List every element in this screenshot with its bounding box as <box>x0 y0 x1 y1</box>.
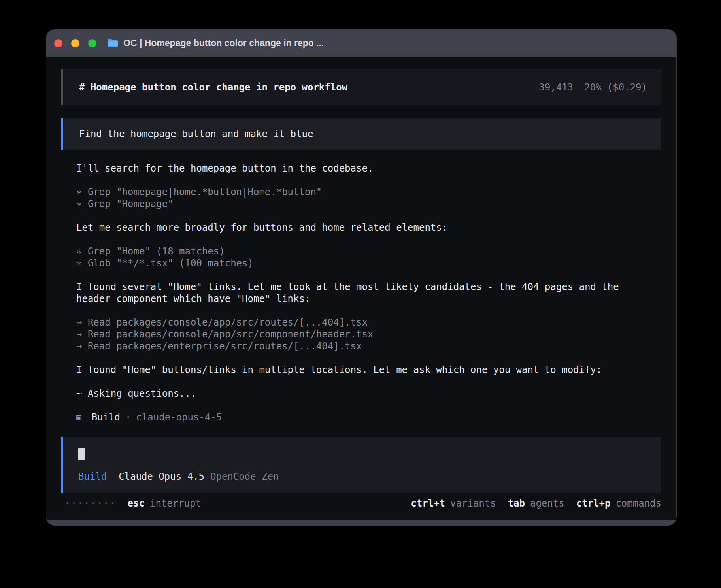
context-cost: 20% ($0.29) <box>584 81 647 93</box>
read-tool-line: → Read packages/console/app/src/routes/[… <box>76 317 646 328</box>
window-title: OC | Homepage button color change in rep… <box>123 38 324 49</box>
assistant-status-text: ~ Asking questions... <box>76 388 646 400</box>
spinner-dots: ········ <box>64 498 117 509</box>
session-meta: 39,413 20% ($0.29) <box>539 81 647 93</box>
glob-tool-line: ∗ Glob "**/*.tsx" (100 matches) <box>76 257 646 269</box>
prompt-input[interactable]: Build Claude Opus 4.5 OpenCode Zen <box>61 437 661 493</box>
zoom-button[interactable] <box>88 39 96 47</box>
user-message-text: Find the homepage button and make it blu… <box>79 128 313 140</box>
text-cursor <box>78 448 85 460</box>
read-tool-line: → Read packages/enterprise/src/routes/[.… <box>76 340 646 352</box>
tool-calls: ∗ Grep "homepage|home.*button|Home.*butt… <box>76 186 646 210</box>
assistant-transcript: I'll search for the homepage button in t… <box>61 162 646 400</box>
assistant-text: I found several "Home" links. Let me loo… <box>76 281 646 305</box>
agent-square-icon: ▣ <box>76 411 81 423</box>
input-agent-label[interactable]: Build <box>78 471 107 482</box>
minimize-button[interactable] <box>71 39 79 47</box>
status-bar: ········ esc interrupt ctrl+t variants t… <box>61 498 661 509</box>
separator-dot: · <box>125 411 131 423</box>
assistant-text: I'll search for the homepage button in t… <box>76 162 646 174</box>
assistant-text: Let me search more broadly for buttons a… <box>76 222 646 234</box>
read-tool-calls: → Read packages/console/app/src/routes/[… <box>76 317 646 352</box>
status-shortcuts: ctrl+t variants tab agents ctrl+p comman… <box>411 498 661 509</box>
shortcut-commands: ctrl+p commands <box>576 498 661 509</box>
esc-key-hint: esc <box>128 498 145 509</box>
shortcut-key: tab <box>508 498 525 509</box>
grep-tool-line: ∗ Grep "Homepage" <box>76 198 646 210</box>
folder-icon <box>107 38 119 48</box>
window-bottom-edge <box>46 520 676 525</box>
traffic-lights <box>54 39 96 47</box>
terminal-window: OC | Homepage button color change in rep… <box>46 29 677 526</box>
terminal-content: # Homepage button color change in repo w… <box>46 69 676 509</box>
titlebar[interactable]: OC | Homepage button color change in rep… <box>46 30 676 57</box>
grep-tool-line: ∗ Grep "Home" (18 matches) <box>76 245 646 257</box>
read-tool-line: → Read packages/console/app/src/componen… <box>76 328 646 340</box>
status-left: ········ esc interrupt <box>64 498 201 509</box>
user-message: Find the homepage button and make it blu… <box>61 118 661 150</box>
shortcut-label: agents <box>530 498 564 509</box>
shortcut-key: ctrl+p <box>576 498 611 509</box>
shortcut-agents: tab agents <box>508 498 564 509</box>
input-model-label[interactable]: Claude Opus 4.5 <box>119 471 204 482</box>
input-meta-row: Build Claude Opus 4.5 OpenCode Zen <box>78 471 646 482</box>
esc-key-label: interrupt <box>150 498 201 509</box>
session-title: # Homepage button color change in repo w… <box>79 81 347 93</box>
assistant-text: I found "Home" buttons/links in multiple… <box>76 364 646 376</box>
agent-model: claude-opus-4-5 <box>136 411 222 423</box>
token-count: 39,413 <box>539 81 573 93</box>
close-button[interactable] <box>54 39 62 47</box>
shortcut-key: ctrl+t <box>411 498 445 509</box>
tool-calls: ∗ Grep "Home" (18 matches) ∗ Glob "**/*.… <box>76 245 646 269</box>
agent-status-row: ▣ Build · claude-opus-4-5 <box>61 411 661 423</box>
shortcut-label: variants <box>450 498 496 509</box>
input-provider-label: OpenCode Zen <box>210 471 279 482</box>
session-header: # Homepage button color change in repo w… <box>61 69 661 105</box>
shortcut-label: commands <box>615 498 661 509</box>
agent-name: Build <box>92 411 120 423</box>
shortcut-variants: ctrl+t variants <box>411 498 496 509</box>
grep-tool-line: ∗ Grep "homepage|home.*button|Home.*butt… <box>76 186 646 198</box>
